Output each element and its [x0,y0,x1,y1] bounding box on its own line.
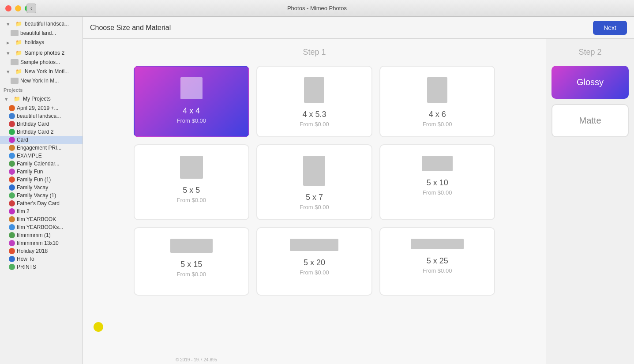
size-card-5x20[interactable]: 5 x 20 From $0.00 [256,227,372,296]
project-color-dot [9,184,15,191]
project-color-dot [9,248,15,254]
back-button[interactable]: ‹ [26,4,36,13]
sidebar-item-family-fun-1[interactable]: Family Fun (1) [0,176,83,184]
chevron-down-icon: ▾ [4,19,12,28]
size-price-4x4: From $0.00 [177,117,206,124]
app-body: ▾ 📁 beautiful landsca... beautiful land.… [0,17,634,364]
sidebar-item-april-2019[interactable]: April 29, 2019 +... [0,104,83,112]
size-preview-5x5 [180,156,203,179]
size-card-4x5.3[interactable]: 4 x 5.3 From $0.00 [256,66,372,137]
chevron-right-icon: ▸ [4,38,12,47]
chevron-down-icon: ▾ [4,49,12,57]
sidebar-item-family-vacay[interactable]: Family Vacay [0,184,83,191]
thumbnail-icon [11,59,19,65]
size-preview-5x10 [422,156,453,171]
next-button[interactable]: Next [593,21,627,35]
size-card-5x10[interactable]: 5 x 10 From $0.00 [379,144,495,220]
folder-icon: 📁 [14,67,23,76]
sidebar-item-prints[interactable]: PRINTS [0,263,83,271]
size-price-5x5: From $0.00 [177,197,206,203]
sidebar-item-engagement-pri[interactable]: Engagement PRI... [0,144,83,152]
sidebar-item-sample-photos-2[interactable]: ▾ 📁 Sample photos 2 [0,48,83,58]
project-color-dot [9,161,15,167]
size-card-4x4[interactable]: 4 x 4 From $0.00 [134,66,250,137]
size-preview-4x6 [427,77,447,103]
folder-icon: 📁 [14,38,23,47]
size-card-5x5[interactable]: 5 x 5 From $0.00 [134,144,250,220]
size-price-5x10: From $0.00 [423,189,452,196]
sidebar-item-my-projects[interactable]: ▾ 📁 My Projects [0,94,83,104]
project-color-dot [9,232,15,238]
minimize-button[interactable] [15,5,21,11]
sidebar-item-film-2[interactable]: film 2 [0,207,83,215]
project-color-dot [9,129,15,135]
project-color-dot [9,256,15,262]
step2-label: Step 2 [551,48,629,57]
material-matte-button[interactable]: Matte [551,104,629,137]
size-name-5x20: 5 x 20 [304,258,325,267]
sidebar-item-holiday-2018[interactable]: Holiday 2018 [0,247,83,255]
project-color-dot [9,224,15,230]
sidebar-item-birthday-card-2[interactable]: Birthday Card 2 [0,128,83,136]
size-card-5x25[interactable]: 5 x 25 From $0.00 [379,227,495,296]
sidebar-item-family-calendar[interactable]: Family Calendar... [0,160,83,168]
page-title: Choose Size and Material [90,24,593,32]
size-card-5x15[interactable]: 5 x 15 From $0.00 [134,227,250,296]
size-preview-5x25 [411,239,464,249]
sidebar-item-beautiful-landsca[interactable]: ▾ 📁 beautiful landsca... [0,19,83,29]
sidebar-item-sample-photos[interactable]: Sample photos... [0,58,83,66]
size-preview-4x4 [180,77,203,99]
folder-icon: 📁 [12,94,21,103]
chevron-down-icon: ▾ [2,94,11,103]
sidebar: ▾ 📁 beautiful landsca... beautiful land.… [0,17,83,364]
close-button[interactable] [5,5,11,11]
chevron-down-icon: ▾ [4,67,12,76]
main-header: Choose Size and Material Next [83,17,634,39]
sidebar-item-holidays[interactable]: ▸ 📁 holidays [0,37,83,48]
project-color-dot [9,264,15,270]
sidebar-item-new-york-motion[interactable]: ▾ 📁 New York In Moti... [0,66,83,77]
project-color-dot [9,145,15,151]
size-price-4x5.3: From $0.00 [300,121,329,128]
size-preview-5x20 [290,239,338,251]
project-color-dot [9,200,15,206]
sidebar-item-card[interactable]: Card [0,136,83,144]
project-color-dot [9,153,15,159]
sidebar-item-family-vacay-1[interactable]: Family Vacay (1) [0,191,83,199]
sidebar-item-film-yearbooks[interactable]: film YEARBOOKs... [0,223,83,231]
size-card-5x7[interactable]: 5 x 7 From $0.00 [256,144,372,220]
sidebar-item-fathers-day-card[interactable]: Father's Day Card [0,199,83,207]
size-name-5x7: 5 x 7 [306,193,323,202]
material-matte-label: Matte [579,116,601,126]
size-name-4x5.3: 4 x 5.3 [302,110,326,119]
size-price-5x20: From $0.00 [300,269,329,276]
project-color-dot [9,105,15,111]
sidebar-item-beautiful-land[interactable]: beautiful land... [0,29,83,37]
project-color-dot [9,121,15,127]
size-price-5x15: From $0.00 [177,271,206,278]
size-name-5x25: 5 x 25 [427,256,448,266]
sidebar-item-film-yearbook[interactable]: film YEARBOOK [0,215,83,223]
thumbnail-icon [11,30,19,36]
material-glossy-button[interactable]: Glossy [551,66,629,99]
thumbnail-icon [11,78,19,84]
size-name-5x10: 5 x 10 [427,178,448,188]
projects-section-header: Projects [0,85,83,94]
project-color-dot [9,137,15,143]
sidebar-item-beautiful-landsca-proj[interactable]: beautiful landsca... [0,112,83,120]
sidebar-item-family-fun[interactable]: Family Fun [0,168,83,176]
sidebar-item-example[interactable]: EXAMPLE [0,152,83,160]
sidebar-item-birthday-card[interactable]: Birthday Card [0,120,83,128]
size-name-5x5: 5 x 5 [183,186,200,195]
project-color-dot [9,176,15,183]
footer-text: © 2019 - 19.7.24.895 [176,357,217,362]
size-card-4x6[interactable]: 4 x 6 From $0.00 [379,66,495,137]
sidebar-item-new-york-m[interactable]: New York In M... [0,77,83,85]
sidebar-item-how-to[interactable]: How To [0,255,83,263]
step2-panel: Step 2 Glossy Matte [546,39,634,364]
sidebar-item-filmmmmm-1[interactable]: filmmmmm (1) [0,231,83,239]
project-color-dot [9,113,15,119]
main-content: Step 1 4 x 4 From $0.00 4 x 5.3 From $0.… [83,39,634,364]
folder-icon: 📁 [14,49,23,57]
sidebar-item-filmmmmm-13x10[interactable]: filmmmmm 13x10 [0,239,83,247]
